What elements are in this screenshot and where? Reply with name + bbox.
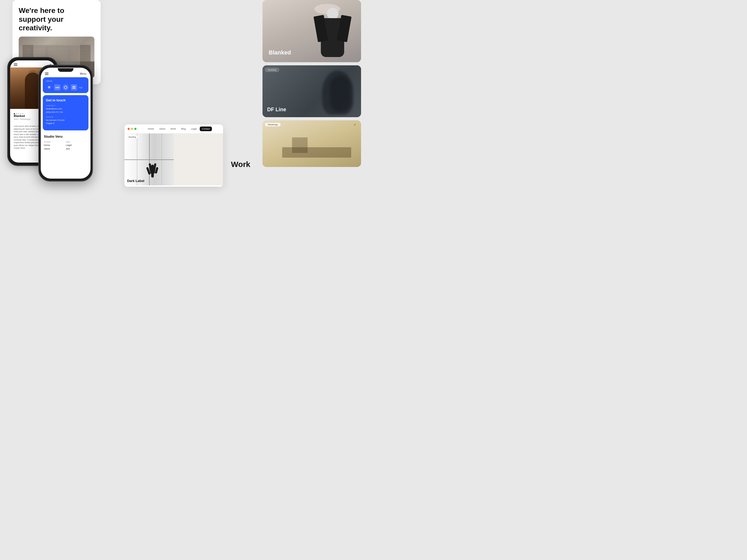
nav-contact[interactable]: Contact (200, 127, 212, 131)
get-in-touch-title: Get in touch (46, 98, 85, 102)
phone-front: Menu Clients ✳ LIGO logo (38, 65, 93, 182)
work-label: Work (231, 160, 250, 169)
phone-notch (58, 68, 73, 72)
office-address-2: Prague 8 (46, 122, 85, 125)
nav-home[interactable]: Home (146, 127, 156, 131)
contact-label: CONTACT (46, 105, 85, 107)
logo-ligo: LIGO (54, 84, 60, 90)
front-phone-menu-icon[interactable] (45, 73, 49, 75)
studio-link-legal[interactable]: Legal (66, 144, 87, 146)
browser-project-dark-label[interactable]: Branding Dark Label (125, 134, 174, 185)
svg-rect-3 (73, 88, 74, 89)
clients-section: Clients ✳ LIGO logo (43, 77, 88, 93)
blanked-title: Blanked (269, 49, 291, 56)
contact-phone[interactable]: (420) 019 271 742 (46, 111, 85, 114)
contact-email[interactable]: studio@veru.com (46, 107, 85, 111)
svg-point-0 (64, 86, 67, 89)
hero-heading: We're here to support your creativity. (19, 6, 95, 32)
nav-work[interactable]: Work (168, 127, 178, 131)
browser-content: Branding Dark Label (125, 134, 223, 185)
studio-group-label: STUDIO (44, 141, 66, 143)
menu-label[interactable]: Menu (80, 72, 86, 75)
studio-link-404[interactable]: 404 (66, 148, 87, 150)
clients-logos: ✳ LIGO logo (46, 84, 85, 90)
svg-rect-1 (73, 86, 74, 87)
svg-rect-4 (74, 88, 75, 89)
office-label: OFFICE (46, 116, 85, 118)
get-in-touch-section: Get in touch CONTACT studio@veru.com (42… (43, 95, 88, 130)
svg-rect-2 (74, 86, 75, 87)
back-phone-menu-icon[interactable] (14, 63, 17, 66)
browser-minimize[interactable] (131, 128, 133, 130)
nav-about[interactable]: About (157, 127, 168, 131)
df-line-branding-tag: Branding (265, 68, 279, 72)
browser-mockup: Home About Work Blog Legal Contact (125, 125, 223, 187)
blanked-card[interactable]: Blanked (262, 0, 361, 62)
dark-label-title: Dark Label (127, 179, 144, 183)
nav-legal[interactable]: Legal (189, 127, 199, 131)
studio-veru-section: Studio Veru STUDIO Home About INFO Legal… (43, 132, 88, 153)
office-address-1: Na Karmelí 2711/19 (46, 119, 85, 122)
browser-right-panel (174, 134, 223, 185)
phones-container: N Blanked 2024 / Webdesign (7, 57, 121, 207)
nav-blog[interactable]: Blog (179, 127, 188, 131)
logo-circle (62, 84, 69, 90)
webdesign-tag: Webdesign (265, 123, 281, 126)
browser-close[interactable] (128, 128, 130, 130)
info-group-label: INFO (66, 141, 87, 143)
df-line-title: DF Line (267, 107, 286, 112)
studio-veru-title: Studio Veru (44, 135, 87, 138)
logo-squares (71, 84, 77, 90)
logo-star: ✳ (46, 84, 52, 90)
studio-link-about[interactable]: About (44, 148, 66, 150)
studio-link-home[interactable]: Home (44, 144, 66, 146)
browser-maximize[interactable] (134, 128, 136, 130)
webdesign-card[interactable]: ↗ Webdesign (262, 120, 361, 167)
clients-label: Clients (46, 80, 85, 82)
browser-branding-tag: Branding (127, 136, 138, 138)
right-column: Blanked Branding DF Line ↗ Webdesign (262, 0, 361, 167)
df-line-card[interactable]: Branding DF Line (262, 65, 361, 117)
